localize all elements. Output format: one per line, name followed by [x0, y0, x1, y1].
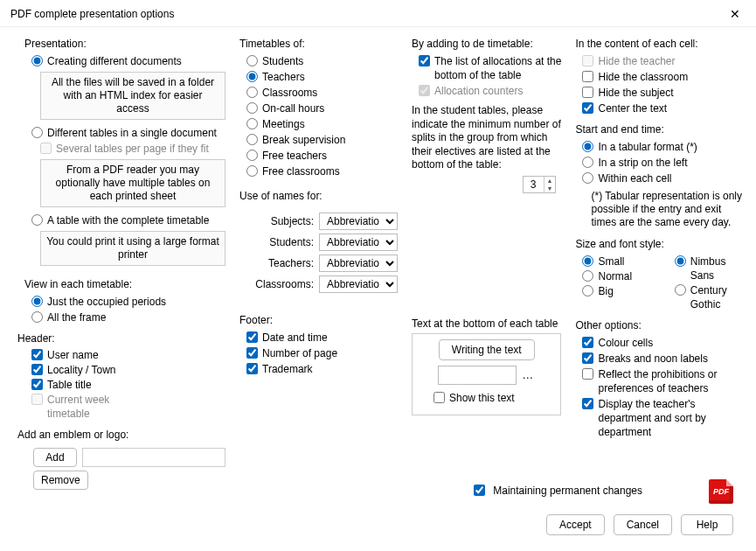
radio-single-document[interactable]: Different tables in a single document — [31, 126, 225, 140]
radio-normal[interactable]: Normal — [582, 269, 649, 283]
radio-classrooms[interactable]: Classrooms — [246, 86, 398, 100]
bottom-text-title: Text at the bottom of each table — [412, 317, 561, 330]
view-title: View in each timetable: — [24, 278, 225, 290]
select-classrooms[interactable]: Abbreviation — [319, 276, 398, 293]
radio-occupied-periods[interactable]: Just the occupied periods — [31, 295, 225, 309]
radio-break-supervision[interactable]: Break supervision — [246, 133, 398, 147]
emblem-path-field[interactable] — [82, 448, 225, 467]
radio-oncall[interactable]: On-call hours — [246, 101, 398, 115]
check-locality[interactable]: Locality / Town — [31, 363, 125, 377]
help-button[interactable]: Help — [681, 514, 733, 535]
radio-students[interactable]: Students — [246, 54, 398, 68]
select-students[interactable]: Abbreviation — [319, 234, 398, 251]
timetables-title: Timetables of: — [239, 38, 398, 50]
check-trademark[interactable]: Trademark — [246, 362, 398, 376]
writing-text-button[interactable]: Writing the text — [439, 339, 535, 360]
check-current-week[interactable]: Current week timetable — [31, 393, 125, 421]
check-center-text[interactable]: Center the text — [582, 101, 742, 115]
check-show-text[interactable]: Show this text — [433, 391, 555, 405]
time-title: Start and end time: — [575, 123, 742, 136]
label-teachers: Teachers: — [268, 257, 314, 269]
info-complete-timetable: You could print it using a large format … — [40, 231, 225, 266]
info-creating-documents: All the files will be saved in a folder … — [40, 72, 225, 120]
radio-nimbus[interactable]: Nimbus Sans — [675, 255, 742, 282]
splits-note: In the student tables, please indicate t… — [412, 104, 561, 172]
header-title: Header: — [17, 332, 125, 345]
radio-strip-left[interactable]: In a strip on the left — [582, 156, 742, 170]
cell-content-title: In the content of each cell: — [575, 38, 742, 50]
remove-button[interactable]: Remove — [33, 471, 88, 490]
splits-value: 3 — [524, 177, 544, 192]
window-title: PDF complete presentation options — [10, 8, 174, 20]
splits-spinner[interactable]: 3 ▲ ▼ — [523, 176, 557, 193]
adding-title: By adding to de timetable: — [412, 38, 561, 50]
titlebar: PDF complete presentation options ✕ — [0, 0, 756, 27]
radio-small[interactable]: Small — [582, 255, 649, 269]
check-hide-classroom[interactable]: Hide the classroom — [582, 70, 742, 84]
bottom-text-panel: Writing the text … Show this text — [412, 333, 561, 415]
radio-tabular[interactable]: In a tabular format (*) — [582, 140, 742, 154]
pdf-icon: PDF — [709, 479, 733, 504]
cancel-button[interactable]: Cancel — [614, 514, 672, 535]
check-table-title[interactable]: Table title — [31, 378, 125, 392]
check-allocation-counters[interactable]: Allocation counters — [419, 84, 561, 98]
check-breaks-noon[interactable]: Breaks and noon labels — [582, 352, 742, 366]
radio-meetings[interactable]: Meetings — [246, 117, 398, 131]
footer-title: Footer: — [239, 314, 398, 326]
radio-teachers[interactable]: Teachers — [246, 70, 398, 84]
select-teachers[interactable]: Abbreviation — [319, 255, 398, 272]
emblem-title: Add an emblem or logo: — [17, 429, 225, 441]
check-maintain-changes[interactable]: Maintaining permanent changes — [470, 482, 642, 499]
label-subjects: Subjects: — [271, 215, 314, 227]
check-allocations-bottom[interactable]: The list of allocations at the bottom of… — [419, 54, 561, 82]
label-students: Students: — [269, 236, 314, 248]
size-title: Size and font style: — [575, 238, 742, 250]
check-date-time[interactable]: Date and time — [246, 331, 398, 345]
radio-big[interactable]: Big — [582, 284, 649, 298]
close-icon[interactable]: ✕ — [725, 5, 746, 23]
spin-down-icon[interactable]: ▼ — [544, 185, 556, 192]
check-user-name[interactable]: User name — [31, 348, 125, 362]
bottom-text-input[interactable] — [438, 366, 517, 385]
accept-button[interactable]: Accept — [546, 514, 605, 535]
select-subjects[interactable]: Abbreviation — [319, 213, 398, 230]
check-colour-cells[interactable]: Colour cells — [582, 336, 742, 350]
add-button[interactable]: Add — [33, 448, 77, 467]
radio-free-classrooms[interactable]: Free classrooms — [246, 164, 398, 178]
info-single-document: From a PDF reader you may optionally hav… — [40, 159, 225, 207]
spin-up-icon[interactable]: ▲ — [544, 177, 556, 185]
check-reflect-prohibitions[interactable]: Reflect the prohibitions or preferences … — [582, 367, 742, 395]
check-several-per-page[interactable]: Several tables per page if they fit — [40, 142, 225, 156]
other-title: Other options: — [575, 319, 742, 331]
presentation-title: Presentation: — [24, 38, 225, 50]
check-hide-teacher[interactable]: Hide the teacher — [582, 54, 742, 68]
radio-century[interactable]: Century Gothic — [675, 283, 742, 311]
check-display-department[interactable]: Display the teacher's department and sor… — [582, 397, 742, 439]
check-page-number[interactable]: Number of page — [246, 346, 398, 360]
label-classrooms: Classrooms: — [255, 278, 314, 290]
names-title: Use of names for: — [239, 190, 398, 202]
ellipsis-icon[interactable]: … — [520, 368, 535, 381]
radio-within-cell[interactable]: Within each cell — [582, 171, 742, 185]
radio-creating-documents[interactable]: Creating different documents — [31, 54, 225, 68]
radio-all-frame[interactable]: All the frame — [31, 310, 225, 324]
radio-complete-timetable[interactable]: A table with the complete timetable — [31, 213, 225, 227]
radio-free-teachers[interactable]: Free teachers — [246, 149, 398, 163]
check-hide-subject[interactable]: Hide the subject — [582, 86, 742, 100]
time-footnote: (*) Tabular representation is only possi… — [591, 190, 742, 229]
